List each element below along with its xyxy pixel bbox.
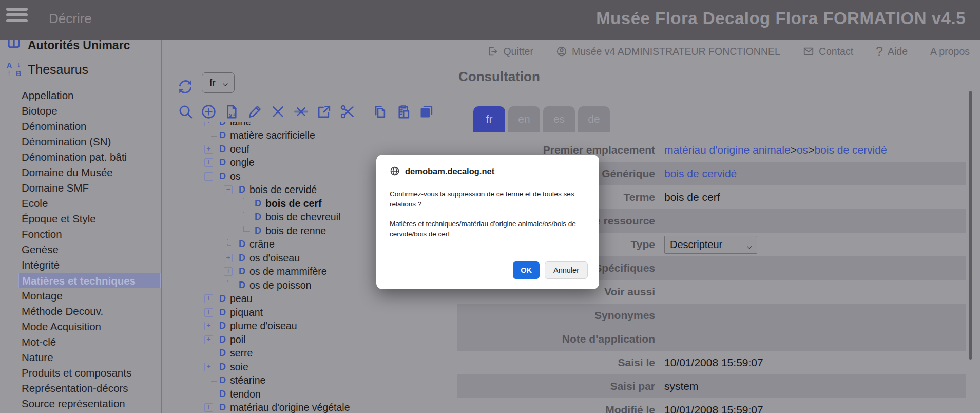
- descriptor-icon: D: [255, 212, 261, 222]
- descriptor-icon: D: [239, 266, 245, 277]
- descriptor-icon: D: [219, 171, 226, 182]
- expand-icon[interactable]: +: [204, 322, 213, 330]
- toolbar-edit-button[interactable]: [247, 104, 263, 120]
- tree-item-piquant[interactable]: +Dpiquant: [162, 306, 434, 320]
- sidebar-item-source-repr-sentation[interactable]: Source représentation: [0, 396, 161, 411]
- breadcrumb-link[interactable]: matériau d'origine animale: [664, 144, 791, 156]
- toolbar-add-circle-button[interactable]: [201, 104, 217, 120]
- field-value[interactable]: bois de cervidé: [664, 167, 737, 180]
- toolbar-cut-button[interactable]: [339, 104, 355, 120]
- tree-item-label: os de mammifère: [249, 266, 327, 277]
- tree-item-label: os: [230, 171, 241, 182]
- sidebar-item-nature[interactable]: Nature: [0, 350, 161, 365]
- tree-item-label: crâne: [249, 238, 275, 250]
- sidebar-item-fonction[interactable]: Fonction: [0, 227, 161, 242]
- sidebar-item-domaine-du-mus-e[interactable]: Domaine du Musée: [0, 165, 161, 180]
- tree-item-poil[interactable]: +Dpoil: [162, 333, 434, 347]
- generic-term-link[interactable]: bois de cervidé: [664, 167, 737, 179]
- tree-item-tendon[interactable]: Dtendon: [162, 387, 434, 401]
- field-label: Modifié le: [457, 404, 655, 413]
- tree-item-mat-riau-d-origine-v-g-tale[interactable]: +Dmatériau d'origine végétale: [162, 401, 434, 413]
- sidebar-section-thesaurus[interactable]: A↓↑B Thesaurus: [0, 59, 161, 80]
- sidebar-item-appellation[interactable]: Appellation: [0, 88, 161, 103]
- descriptor-icon: D: [239, 253, 245, 264]
- sidebar-item-produits-et-composants[interactable]: Produits et composants: [0, 365, 161, 381]
- sidebar-item-int-grit-[interactable]: Intégrité: [0, 257, 161, 273]
- tree-language-select[interactable]: fr: [202, 72, 235, 93]
- tab-es[interactable]: es: [543, 106, 575, 132]
- cancel-button[interactable]: Annuler: [545, 261, 588, 279]
- expand-icon[interactable]: +: [204, 145, 213, 154]
- toolbar-open-external-button[interactable]: [316, 104, 332, 120]
- field-value[interactable]: matériau d'origine animale>os>bois de ce…: [664, 144, 887, 156]
- toolbar-delete-with-relations-button[interactable]: [293, 104, 309, 120]
- tree-item-mati-re-sacrificielle[interactable]: Dmatière sacrificielle: [162, 129, 434, 143]
- field-value: system: [664, 380, 699, 392]
- tree-item-label: ongle: [230, 157, 255, 168]
- collapse-icon[interactable]: −: [224, 185, 233, 194]
- tree-language-value: fr: [209, 77, 216, 89]
- tree-item-serre[interactable]: Dserre: [162, 347, 434, 361]
- descriptor-icon: D: [219, 375, 226, 386]
- chevron-down-icon: [222, 79, 229, 86]
- expand-icon[interactable]: +: [204, 308, 213, 317]
- sidebar-item--poque-et-style[interactable]: Époque et Style: [0, 211, 161, 227]
- delete-with-relations-icon: [293, 114, 309, 121]
- tree-item-label: oeuf: [230, 143, 249, 155]
- expand-icon[interactable]: +: [224, 267, 233, 276]
- collapse-icon[interactable]: −: [204, 172, 213, 181]
- tree-item-laine[interactable]: +Dlaine: [162, 122, 434, 129]
- tree-item-oeuf[interactable]: +Doeuf: [162, 142, 434, 156]
- expand-icon[interactable]: +: [204, 335, 213, 344]
- expand-icon[interactable]: +: [204, 158, 213, 167]
- toolbar-search-button[interactable]: [178, 104, 194, 120]
- hamburger-menu-icon[interactable]: [6, 8, 29, 32]
- tree-item-st-arine[interactable]: Dstéarine: [162, 374, 434, 388]
- tree-item-peau[interactable]: +Dpeau: [162, 292, 434, 306]
- expand-icon[interactable]: +: [204, 403, 213, 412]
- toolbar-paste-button[interactable]: [395, 104, 411, 120]
- sidebar-item-d-nomination[interactable]: Dénomination: [0, 119, 161, 134]
- sidebar-item-gen-se[interactable]: Genèse: [0, 242, 161, 257]
- ok-button[interactable]: OK: [513, 261, 540, 279]
- tree-connector: [243, 198, 252, 204]
- dialog-buttons: OK Annuler: [513, 261, 588, 279]
- toolbar-duplicate-button[interactable]: [418, 104, 434, 120]
- descriptor-icon: D: [255, 226, 261, 236]
- toolbar-new-specific-sheet-button[interactable]: s+: [224, 104, 240, 120]
- tab-fr[interactable]: fr: [473, 106, 505, 132]
- descriptor-icon: D: [219, 334, 226, 345]
- sidebar-item-domaine-smf[interactable]: Domaine SMF: [0, 180, 161, 196]
- expand-icon[interactable]: +: [204, 294, 213, 303]
- sidebar-item-repr-sentation-d-cors[interactable]: Représentation-décors: [0, 381, 161, 396]
- sidebar-item-d-nomination-sn-[interactable]: Dénomination (SN): [0, 134, 161, 149]
- sidebar-item-mot-cl-[interactable]: Mot-clé: [0, 334, 161, 350]
- expand-icon[interactable]: +: [204, 122, 213, 126]
- breadcrumb-link[interactable]: bois de cervidé: [814, 144, 887, 156]
- sidebar-item-m-thode-decouv-[interactable]: Méthode Decouv.: [0, 304, 161, 319]
- tree-item-soie[interactable]: +Dsoie: [162, 360, 434, 374]
- field-value: 10/01/2008 15:59:07: [664, 404, 763, 413]
- dialog-path: Matières et techniques/matériau d'origin…: [390, 219, 587, 239]
- sidebar-section-autorites[interactable]: Autorités Unimarc: [0, 40, 161, 54]
- sidebar-item-montage[interactable]: Montage: [0, 288, 161, 304]
- sidebar-item-mode-acquisition[interactable]: Mode Acquisition: [0, 319, 161, 334]
- page-title: Consultation: [458, 69, 540, 85]
- expand-icon[interactable]: +: [204, 363, 213, 371]
- sidebar-item-d-nomination-pat-b-ti[interactable]: Dénomination pat. bâti: [0, 149, 161, 165]
- toolbar-copy-button[interactable]: [372, 104, 388, 120]
- sidebar-item-biotope[interactable]: Biotope: [0, 103, 161, 119]
- type-select[interactable]: Descripteur: [664, 236, 757, 254]
- sidebar-item-ecole[interactable]: Ecole: [0, 196, 161, 211]
- tab-en[interactable]: en: [508, 106, 540, 132]
- type-select-value: Descripteur: [670, 239, 722, 251]
- tree-item-label: tendon: [230, 388, 261, 400]
- expand-icon[interactable]: +: [224, 254, 233, 262]
- toolbar-delete-button[interactable]: [270, 104, 286, 120]
- refresh-icon[interactable]: [177, 78, 194, 96]
- breadcrumb-link[interactable]: os: [797, 144, 808, 156]
- tree-item-plume-d-oiseau[interactable]: +Dplume d'oiseau: [162, 320, 434, 333]
- tab-de[interactable]: de: [578, 106, 610, 132]
- page-scrollbar[interactable]: [969, 91, 972, 360]
- sidebar-item-mati-res-et-techniques[interactable]: Matières et techniques: [18, 273, 161, 288]
